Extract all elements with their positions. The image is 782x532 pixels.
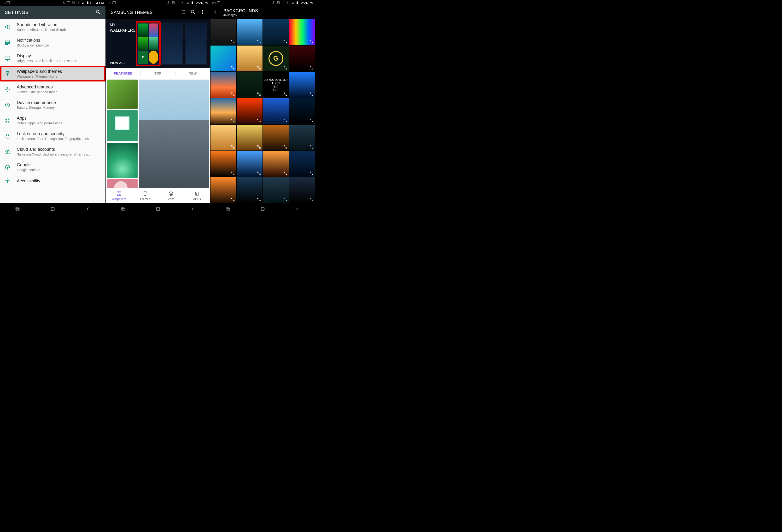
background-thumb[interactable] xyxy=(211,72,236,98)
alarm-icon xyxy=(71,1,75,5)
settings-row-wallpapers-themes[interactable]: Wallpapers and themesWallpapers, Themes,… xyxy=(0,66,105,81)
alarm-icon xyxy=(281,1,285,5)
tab-top[interactable]: TOP xyxy=(141,71,175,75)
svg-rect-45 xyxy=(121,208,124,210)
back-button[interactable] xyxy=(280,203,315,215)
bottom-tab-themes[interactable]: Themes xyxy=(132,188,158,203)
background-thumb[interactable] xyxy=(237,72,263,98)
svg-point-35 xyxy=(202,10,203,11)
notifications-icon xyxy=(4,40,10,46)
background-thumb[interactable] xyxy=(263,45,289,71)
svg-point-15 xyxy=(5,119,6,120)
settings-row-google[interactable]: GoogleGoogle settings xyxy=(0,159,105,175)
accessibility-icon xyxy=(4,178,10,184)
featured-thumb[interactable] xyxy=(107,110,138,141)
background-thumb[interactable] xyxy=(289,98,315,124)
background-thumb[interactable] xyxy=(237,45,263,71)
featured-thumb-large[interactable] xyxy=(139,80,209,188)
nfc-icon xyxy=(67,1,70,5)
home-button[interactable] xyxy=(141,203,176,215)
settings-row-accessibility[interactable]: Accessibility xyxy=(0,175,105,187)
background-thumb[interactable] xyxy=(237,125,263,151)
advanced-icon xyxy=(4,86,10,92)
lockscreen-icon xyxy=(4,133,10,139)
battery-icon xyxy=(86,1,90,5)
recents-button[interactable] xyxy=(0,203,35,215)
background-thumb[interactable] xyxy=(211,177,236,203)
background-thumb[interactable] xyxy=(289,177,315,203)
row-subtitle: Lock screen, Face Recognition, Fingerpri… xyxy=(17,137,101,141)
home-button[interactable] xyxy=(35,203,70,215)
settings-row-advanced[interactable]: Advanced featuresGames, One-handed mode xyxy=(0,81,105,97)
settings-header: SETTINGS xyxy=(0,6,105,19)
bottom-tab-aods[interactable]: AODs xyxy=(184,188,210,203)
featured-thumb[interactable] xyxy=(107,179,138,188)
search-icon[interactable] xyxy=(96,9,101,16)
wallpaper-card-2[interactable] xyxy=(185,23,207,65)
background-thumb[interactable] xyxy=(211,45,236,71)
svg-point-13 xyxy=(7,88,8,90)
list-icon[interactable] xyxy=(181,9,186,16)
background-thumb[interactable] xyxy=(211,19,236,45)
svg-point-52 xyxy=(287,4,288,4)
background-thumb[interactable] xyxy=(237,19,263,45)
settings-row-notifications[interactable]: NotificationsBlock, allow, prioritize xyxy=(0,35,105,50)
more-icon[interactable] xyxy=(200,9,205,16)
background-thumb[interactable] xyxy=(289,72,315,98)
tab-new[interactable]: NEW xyxy=(176,71,210,75)
background-thumb[interactable] xyxy=(237,177,263,203)
tab-featured[interactable]: FEATURED xyxy=(106,71,140,75)
wallpaper-card-1[interactable] xyxy=(161,23,183,65)
row-title: Display xyxy=(17,53,101,59)
back-arrow-icon[interactable] xyxy=(214,9,219,15)
featured-thumb[interactable] xyxy=(107,80,138,109)
settings-row-lockscreen[interactable]: Lock screen and securityLock screen, Fac… xyxy=(0,128,105,144)
bottom-tab-icons[interactable]: Icons xyxy=(158,188,184,203)
settings-row-device-maint[interactable]: Device maintenanceBattery, Storage, Memo… xyxy=(0,97,105,113)
view-all-link[interactable]: VIEW ALL xyxy=(110,61,136,65)
svg-rect-44 xyxy=(196,192,199,195)
background-thumb[interactable] xyxy=(289,19,315,45)
settings-row-apps[interactable]: AppsDefault apps, App permissions xyxy=(0,113,105,128)
background-thumb[interactable] xyxy=(263,19,289,45)
sounds-icon xyxy=(4,24,10,30)
background-thumb[interactable] xyxy=(289,45,315,71)
background-thumb[interactable]: DO YOU LOVE ME?A. YESB. AC. B xyxy=(263,72,289,98)
settings-list: Sounds and vibrationSounds, Vibration, D… xyxy=(0,19,105,203)
background-thumb[interactable] xyxy=(237,151,263,177)
search-icon[interactable] xyxy=(190,9,196,16)
wallpaper-card-gallery[interactable]: G xyxy=(137,23,159,65)
settings-row-display[interactable]: DisplayBrightness, Blue light filter, Ho… xyxy=(0,50,105,66)
wifi-icon xyxy=(286,1,290,5)
background-thumb[interactable] xyxy=(263,125,289,151)
row-subtitle: Sounds, Vibration, Do not disturb xyxy=(17,28,101,32)
row-subtitle: Wallpapers, Themes, Icons xyxy=(17,75,101,78)
svg-rect-12 xyxy=(6,71,9,73)
background-thumb[interactable] xyxy=(211,125,236,151)
background-thumb[interactable] xyxy=(211,98,236,124)
home-button[interactable] xyxy=(245,203,280,215)
bottom-tab-wallpapers[interactable]: Wallpapers xyxy=(106,188,132,203)
svg-rect-55 xyxy=(226,208,229,210)
background-thumb[interactable] xyxy=(263,151,289,177)
background-thumb[interactable] xyxy=(211,151,236,177)
settings-row-sounds[interactable]: Sounds and vibrationSounds, Vibration, D… xyxy=(0,19,105,35)
recents-button[interactable] xyxy=(106,203,141,215)
svg-point-37 xyxy=(202,13,203,14)
row-title: Cloud and accounts xyxy=(17,147,101,152)
background-thumb[interactable] xyxy=(289,151,315,177)
svg-rect-1 xyxy=(7,2,9,4)
back-button[interactable] xyxy=(175,203,210,215)
back-button[interactable] xyxy=(70,203,105,215)
background-thumb[interactable] xyxy=(263,98,289,124)
svg-rect-40 xyxy=(144,192,146,193)
cloud-icon xyxy=(4,149,10,155)
settings-row-cloud[interactable]: Cloud and accountsSamsung Cloud, Backup … xyxy=(0,144,105,159)
background-thumb[interactable] xyxy=(263,177,289,203)
background-thumb[interactable] xyxy=(289,125,315,151)
recents-button[interactable] xyxy=(211,203,245,215)
featured-thumb[interactable] xyxy=(107,143,138,178)
wallpapers-themes-icon xyxy=(4,71,10,77)
top-tabs: FEATURED TOP NEW xyxy=(106,68,210,79)
background-thumb[interactable] xyxy=(237,98,263,124)
